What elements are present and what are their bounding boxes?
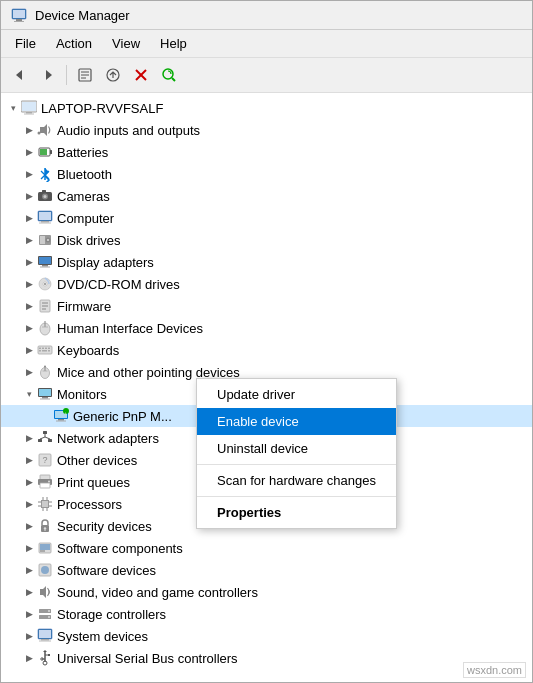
window-title: Device Manager bbox=[35, 8, 130, 23]
menu-file[interactable]: File bbox=[7, 33, 44, 54]
watermark: wsxdn.com bbox=[463, 662, 526, 678]
menu-view[interactable]: View bbox=[104, 33, 148, 54]
svg-rect-116 bbox=[48, 654, 50, 656]
icon-cameras bbox=[37, 188, 53, 204]
svg-rect-16 bbox=[26, 112, 32, 114]
tree-item-sound-label: Sound, video and game controllers bbox=[57, 585, 258, 600]
svg-point-27 bbox=[44, 195, 47, 198]
svg-rect-76 bbox=[48, 439, 52, 442]
tree-item-usb[interactable]: ▶ Universal Serial Bus controllers bbox=[1, 647, 532, 669]
svg-rect-100 bbox=[40, 544, 50, 550]
expand-icon-storage: ▶ bbox=[21, 606, 37, 622]
expand-icon-print: ▶ bbox=[21, 474, 37, 490]
tree-item-disk[interactable]: ▶ Disk drives bbox=[1, 229, 532, 251]
icon-monitors bbox=[37, 386, 53, 402]
back-button[interactable] bbox=[7, 62, 33, 88]
tree-item-firmware[interactable]: ▶ Firmware bbox=[1, 295, 532, 317]
expand-icon-audio: ▶ bbox=[21, 122, 37, 138]
update-driver-toolbar-button[interactable] bbox=[100, 62, 126, 88]
menu-bar: File Action View Help bbox=[1, 30, 532, 58]
forward-button[interactable] bbox=[35, 62, 61, 88]
icon-print bbox=[37, 474, 53, 490]
expand-icon-keyboards: ▶ bbox=[21, 342, 37, 358]
toolbar bbox=[1, 58, 532, 93]
menu-action[interactable]: Action bbox=[48, 33, 100, 54]
scan-button[interactable] bbox=[156, 62, 182, 88]
svg-rect-40 bbox=[40, 267, 50, 268]
tree-item-root-label: LAPTOP-RVVFSALF bbox=[41, 101, 163, 116]
tree-item-storage-label: Storage controllers bbox=[57, 607, 166, 622]
tree-item-processors-label: Processors bbox=[57, 497, 122, 512]
tree-item-audio[interactable]: ▶ Audio inputs and outputs bbox=[1, 119, 532, 141]
svg-point-85 bbox=[48, 481, 50, 483]
tree-item-display[interactable]: ▶ Display adapters bbox=[1, 251, 532, 273]
svg-rect-22 bbox=[40, 149, 47, 155]
svg-rect-84 bbox=[40, 483, 50, 488]
svg-rect-74 bbox=[43, 431, 47, 434]
svg-point-51 bbox=[44, 321, 46, 323]
icon-bluetooth bbox=[37, 166, 53, 182]
svg-rect-111 bbox=[41, 639, 49, 641]
tree-item-generic-pnp-label: Generic PnP M... bbox=[73, 409, 172, 424]
tree-item-cameras[interactable]: ▶ Cameras bbox=[1, 185, 532, 207]
ctx-update-driver[interactable]: Update driver bbox=[197, 381, 396, 408]
uninstall-button[interactable] bbox=[128, 62, 154, 88]
expand-icon-mice: ▶ bbox=[21, 364, 37, 380]
icon-system bbox=[37, 628, 53, 644]
svg-rect-59 bbox=[48, 350, 50, 352]
svg-rect-30 bbox=[39, 212, 51, 220]
tree-item-hid-label: Human Interface Devices bbox=[57, 321, 203, 336]
ctx-properties[interactable]: Properties bbox=[197, 499, 396, 526]
icon-keyboards bbox=[37, 342, 53, 358]
tree-item-software-comp[interactable]: ▶ Software components bbox=[1, 537, 532, 559]
svg-point-107 bbox=[48, 610, 50, 612]
tree-item-usb-label: Universal Serial Bus controllers bbox=[57, 651, 238, 666]
tree-item-keyboards[interactable]: ▶ Keyboards bbox=[1, 339, 532, 361]
icon-display bbox=[37, 254, 53, 270]
icon-storage bbox=[37, 606, 53, 622]
svg-rect-39 bbox=[42, 265, 48, 267]
tree-item-storage[interactable]: ▶ Storage controllers bbox=[1, 603, 532, 625]
ctx-uninstall-device[interactable]: Uninstall device bbox=[197, 435, 396, 462]
svg-rect-17 bbox=[24, 114, 34, 115]
tree-item-bluetooth[interactable]: ▶ Bluetooth bbox=[1, 163, 532, 185]
expand-icon-monitors: ▾ bbox=[21, 386, 37, 402]
ctx-enable-device[interactable]: Enable device bbox=[197, 408, 396, 435]
expand-icon-system: ▶ bbox=[21, 628, 37, 644]
ctx-sep-1 bbox=[197, 464, 396, 465]
tree-item-system[interactable]: ▶ System devices bbox=[1, 625, 532, 647]
tree-item-print-label: Print queues bbox=[57, 475, 130, 490]
svg-rect-65 bbox=[39, 389, 51, 396]
tree-item-computer[interactable]: ▶ Computer bbox=[1, 207, 532, 229]
svg-rect-57 bbox=[39, 350, 41, 352]
tree-view[interactable]: ▾ LAPTOP-RVVFSALF ▶ Audio bbox=[1, 93, 532, 682]
tree-item-sound[interactable]: ▶ Sound, video and game controllers bbox=[1, 581, 532, 603]
tree-item-hid[interactable]: ▶ Human Interface Devices bbox=[1, 317, 532, 339]
icon-network bbox=[37, 430, 53, 446]
tree-item-batteries[interactable]: ▶ Batteries bbox=[1, 141, 532, 163]
svg-rect-56 bbox=[48, 348, 50, 350]
menu-help[interactable]: Help bbox=[152, 33, 195, 54]
svg-rect-32 bbox=[39, 223, 51, 224]
tree-item-root[interactable]: ▾ LAPTOP-RVVFSALF bbox=[1, 97, 532, 119]
tree-item-monitors-label: Monitors bbox=[57, 387, 107, 402]
tree-item-dvd[interactable]: ▶ DVD/CD-ROM drives bbox=[1, 273, 532, 295]
tree-item-software-dev[interactable]: ▶ Software devices bbox=[1, 559, 532, 581]
svg-point-36 bbox=[47, 239, 49, 241]
ctx-scan-hardware[interactable]: Scan for hardware changes bbox=[197, 467, 396, 494]
svg-rect-31 bbox=[41, 221, 49, 223]
svg-rect-34 bbox=[40, 236, 45, 244]
svg-rect-58 bbox=[42, 350, 47, 352]
svg-rect-21 bbox=[50, 150, 52, 154]
icon-disk bbox=[37, 232, 53, 248]
svg-rect-67 bbox=[40, 399, 50, 400]
svg-line-79 bbox=[45, 437, 50, 439]
tree-item-software-dev-label: Software devices bbox=[57, 563, 156, 578]
expand-icon-root: ▾ bbox=[5, 100, 21, 116]
icon-processors bbox=[37, 496, 53, 512]
tree-item-computer-label: Computer bbox=[57, 211, 114, 226]
icon-security bbox=[37, 518, 53, 534]
expand-icon-batteries: ▶ bbox=[21, 144, 37, 160]
expand-icon-other: ▶ bbox=[21, 452, 37, 468]
properties-button[interactable] bbox=[72, 62, 98, 88]
